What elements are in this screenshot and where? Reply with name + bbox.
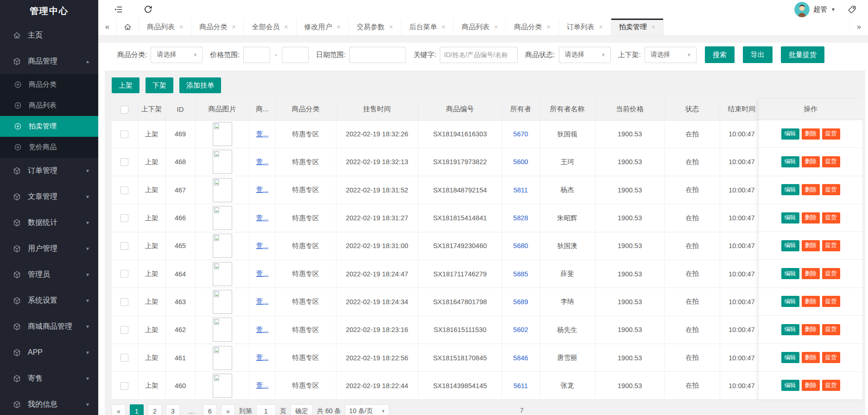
search-button[interactable]: 搜索: [705, 46, 735, 63]
keyword-input[interactable]: [440, 47, 518, 63]
sidebar-item-home[interactable]: 主页: [0, 22, 98, 48]
row-checkbox[interactable]: [120, 186, 128, 194]
goods-status-select[interactable]: 请选择▼: [559, 47, 611, 63]
owner-id-link[interactable]: 5600: [513, 158, 528, 166]
sidebar-item-my-info[interactable]: 我的信息▼: [0, 391, 98, 415]
sidebar-item-system-settings[interactable]: 系统设置▼: [0, 287, 98, 313]
row-checkbox[interactable]: [120, 158, 128, 166]
delete-button[interactable]: 删除: [802, 128, 820, 140]
owner-id-link[interactable]: 5885: [513, 270, 528, 278]
tab-home[interactable]: [117, 19, 139, 35]
pickup-button[interactable]: 提货: [822, 184, 840, 195]
product-image-placeholder[interactable]: [213, 178, 232, 202]
close-icon[interactable]: ×: [442, 23, 445, 31]
pickup-button[interactable]: 提货: [822, 212, 840, 223]
row-checkbox[interactable]: [120, 298, 128, 306]
pickup-button[interactable]: 提货: [822, 380, 840, 391]
tab-7[interactable]: 商品分类×: [506, 19, 558, 35]
row-checkbox[interactable]: [120, 242, 128, 250]
confirm-jump-button[interactable]: 确定: [291, 404, 313, 415]
close-icon[interactable]: ×: [232, 23, 235, 31]
sidebar-item-auction-mgmt[interactable]: 拍卖管理: [0, 116, 98, 137]
delete-button[interactable]: 删除: [802, 240, 820, 251]
close-icon[interactable]: ×: [494, 23, 498, 31]
tabs-scroll-right-icon[interactable]: »: [849, 19, 868, 35]
edit-button[interactable]: 编辑: [781, 128, 799, 140]
delete-button[interactable]: 删除: [802, 268, 820, 279]
product-name-link[interactable]: 萱...: [256, 130, 269, 138]
edit-button[interactable]: 编辑: [781, 212, 799, 223]
owner-id-link[interactable]: 5828: [513, 214, 528, 222]
edit-button[interactable]: 编辑: [781, 380, 799, 391]
sidebar-item-order-mgmt[interactable]: 订单管理▼: [0, 158, 98, 184]
page-button-2[interactable]: 2: [148, 404, 162, 415]
product-name-link[interactable]: 萱...: [256, 354, 269, 361]
delete-button[interactable]: 删除: [802, 352, 820, 363]
tab-9[interactable]: 拍卖管理×: [611, 19, 664, 35]
next-page-button[interactable]: »: [221, 404, 235, 415]
select-all-checkbox[interactable]: [120, 106, 128, 114]
row-checkbox[interactable]: [120, 354, 128, 362]
row-checkbox[interactable]: [120, 214, 128, 222]
pickup-button[interactable]: 提货: [822, 268, 840, 279]
pickup-button[interactable]: 提货: [822, 324, 840, 335]
tab-3[interactable]: 修改用户×: [297, 19, 349, 35]
tab-4[interactable]: 交易参数×: [349, 19, 401, 35]
sidebar-item-data-stats[interactable]: 数据统计▼: [0, 210, 98, 236]
tab-8[interactable]: 订单列表×: [559, 19, 611, 35]
owner-id-link[interactable]: 5670: [513, 130, 528, 138]
sidebar-item-article-mgmt[interactable]: 文章管理▼: [0, 184, 98, 210]
avatar[interactable]: [794, 2, 810, 17]
pickup-button[interactable]: 提货: [822, 296, 840, 307]
off-shelf-button[interactable]: 下架: [146, 77, 173, 93]
pickup-button[interactable]: 提货: [822, 352, 840, 363]
price-min-input[interactable]: [243, 47, 270, 63]
owner-id-link[interactable]: 5846: [513, 354, 528, 362]
edit-button[interactable]: 编辑: [781, 352, 799, 363]
edit-button[interactable]: 编辑: [781, 240, 799, 251]
product-image-placeholder[interactable]: [213, 206, 232, 230]
product-image-placeholder[interactable]: [213, 122, 232, 146]
edit-button[interactable]: 编辑: [781, 156, 799, 167]
product-name-link[interactable]: 萱...: [256, 298, 269, 305]
page-button-6[interactable]: 6: [203, 404, 217, 415]
row-checkbox[interactable]: [120, 130, 128, 138]
product-image-placeholder[interactable]: [213, 374, 232, 398]
product-image-placeholder[interactable]: [213, 290, 232, 314]
pickup-button[interactable]: 提货: [822, 240, 840, 251]
close-icon[interactable]: ×: [652, 23, 655, 31]
product-image-placeholder[interactable]: [213, 346, 232, 370]
product-image-placeholder[interactable]: [213, 234, 232, 258]
product-image-placeholder[interactable]: [213, 318, 232, 342]
delete-button[interactable]: 删除: [802, 212, 820, 223]
sidebar-item-mall-goods-mgmt[interactable]: 商城商品管理▼: [0, 313, 98, 339]
sidebar-item-app[interactable]: APP▼: [0, 339, 98, 365]
tab-0[interactable]: 商品列表×: [139, 19, 191, 35]
delete-button[interactable]: 删除: [802, 156, 820, 167]
owner-id-link[interactable]: 5602: [513, 326, 528, 333]
close-icon[interactable]: ×: [284, 23, 288, 31]
collapse-sidebar-icon[interactable]: [113, 4, 123, 14]
delete-button[interactable]: 删除: [802, 324, 820, 335]
page-button-3[interactable]: 3: [166, 404, 180, 415]
price-max-input[interactable]: [282, 47, 309, 63]
page-button-1[interactable]: 1: [130, 404, 144, 415]
sidebar-item-admin[interactable]: 管理员▼: [0, 262, 98, 287]
owner-id-link[interactable]: 5680: [513, 242, 528, 249]
date-range-input[interactable]: [349, 47, 406, 63]
add-listing-button[interactable]: 添加挂单: [179, 77, 221, 93]
close-icon[interactable]: ×: [546, 23, 550, 31]
delete-button[interactable]: 删除: [802, 380, 820, 391]
tab-6[interactable]: 商品列表×: [454, 19, 506, 35]
sidebar-item-user-mgmt[interactable]: 用户管理▼: [0, 236, 98, 262]
tabs-scroll-left-icon[interactable]: «: [98, 19, 117, 35]
edit-button[interactable]: 编辑: [781, 324, 799, 335]
product-image-placeholder[interactable]: [213, 150, 232, 174]
pickup-button[interactable]: 提货: [822, 156, 840, 167]
close-icon[interactable]: ×: [599, 23, 603, 31]
export-button[interactable]: 导出: [743, 46, 773, 63]
sidebar-item-goods-mgmt[interactable]: 商品管理▲: [0, 48, 98, 74]
close-icon[interactable]: ×: [389, 23, 393, 31]
edit-button[interactable]: 编辑: [781, 184, 799, 195]
owner-id-link[interactable]: 5811: [513, 186, 528, 194]
